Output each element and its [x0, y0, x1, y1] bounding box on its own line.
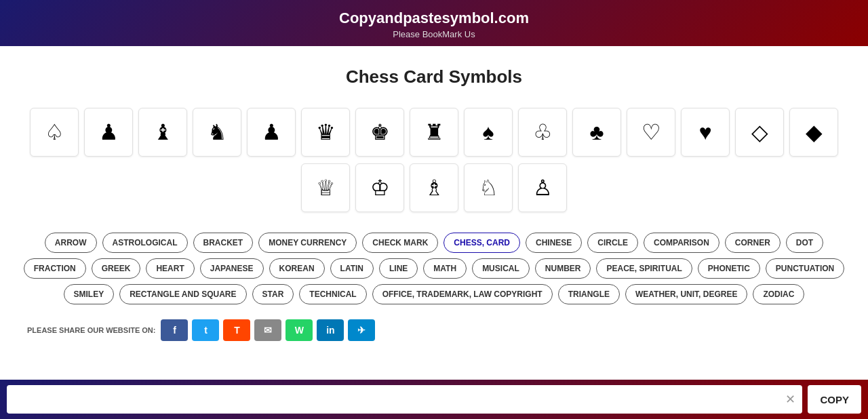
share-linkedin-button[interactable]: in — [317, 319, 344, 341]
symbol-card[interactable]: ♟ — [247, 108, 296, 157]
symbol-card[interactable]: ♕ — [301, 163, 350, 212]
site-subtitle: Please BookMark Us — [0, 29, 868, 39]
category-tag[interactable]: BRACKET — [193, 233, 254, 253]
symbol-card[interactable]: ♧ — [518, 108, 567, 157]
category-tag[interactable]: SMILEY — [64, 284, 115, 304]
symbol-card[interactable]: ♙ — [518, 163, 567, 212]
category-tag[interactable]: HEART — [146, 258, 194, 279]
symbol-card[interactable]: ♗ — [410, 163, 458, 212]
symbol-card[interactable]: ♜ — [410, 108, 458, 157]
category-tag[interactable]: FRACTION — [24, 258, 86, 279]
symbol-card[interactable]: ♘ — [464, 163, 513, 212]
category-tag[interactable]: MATH — [423, 258, 467, 279]
symbol-card[interactable]: ♟ — [84, 108, 133, 157]
main-content: Chess Card Symbols ♤♟♝♞♟♛♚♜♠♧♣♡♥◇◆ ♕♔♗♘♙… — [0, 46, 868, 363]
category-tag[interactable]: NUMBER — [535, 258, 591, 279]
symbol-card[interactable]: ♝ — [138, 108, 187, 157]
symbol-grid-row1: ♤♟♝♞♟♛♚♜♠♧♣♡♥◇◆ — [14, 108, 854, 157]
symbol-card[interactable]: ♛ — [301, 108, 350, 157]
category-tag[interactable]: TRIANGLE — [558, 284, 620, 304]
symbol-card[interactable]: ◆ — [789, 108, 838, 157]
category-tag[interactable]: LATIN — [330, 258, 374, 279]
category-tag[interactable]: ZODIAC — [753, 284, 804, 304]
share-tumblr-button[interactable]: T — [223, 319, 250, 341]
symbol-card[interactable]: ♣ — [572, 108, 621, 157]
category-tag[interactable]: MUSICAL — [472, 258, 530, 279]
site-title: Copyandpastesymbol.com — [0, 9, 868, 27]
category-tag[interactable]: PEACE, SPIRITUAL — [596, 258, 692, 279]
category-tag[interactable]: MONEY CURRENCY — [258, 233, 357, 253]
symbol-card[interactable]: ♚ — [355, 108, 404, 157]
category-tag[interactable]: DOT — [786, 233, 823, 253]
category-tag[interactable]: LINE — [379, 258, 418, 279]
symbol-card[interactable]: ♔ — [355, 163, 404, 212]
share-facebook-button[interactable]: f — [161, 319, 188, 341]
category-tag[interactable]: CORNER — [725, 233, 781, 253]
symbol-card[interactable]: ♠ — [464, 108, 513, 157]
share-telegram-button[interactable]: ✈ — [348, 319, 375, 341]
category-tag[interactable]: ARROW — [45, 233, 97, 253]
page-title: Chess Card Symbols — [14, 66, 854, 87]
symbol-card[interactable]: ♞ — [193, 108, 241, 157]
share-email-button[interactable]: ✉ — [254, 319, 281, 341]
category-tag[interactable]: GREEK — [92, 258, 141, 279]
category-tag[interactable]: WEATHER, UNIT, DEGREE — [625, 284, 747, 304]
category-tag[interactable]: JAPANESE — [200, 258, 264, 279]
category-tag[interactable]: COMPARISON — [644, 233, 719, 253]
category-tag[interactable]: CHINESE — [526, 233, 582, 253]
category-tag[interactable]: TECHNICAL — [299, 284, 366, 304]
category-tag[interactable]: PUNCTUATION — [766, 258, 844, 279]
symbol-grid-row2: ♕♔♗♘♙ — [14, 163, 854, 212]
category-tag[interactable]: PHONETIC — [698, 258, 760, 279]
category-tag[interactable]: CHESS, CARD — [443, 233, 520, 253]
share-buttons: ftT✉Win✈ — [161, 319, 375, 341]
category-tag[interactable]: CIRCLE — [587, 233, 638, 253]
category-tag[interactable]: ASTROLOGICAL — [102, 233, 188, 253]
symbol-card[interactable]: ♥ — [681, 108, 730, 157]
share-bar: PLEASE SHARE OUR WEBSITE ON: ftT✉Win✈ — [14, 311, 854, 349]
share-whatsapp-button[interactable]: W — [285, 319, 313, 341]
category-tag[interactable]: OFFICE, TRADEMARK, LAW COPYRIGHT — [372, 284, 553, 304]
category-tag[interactable]: RECTANGLE AND SQUARE — [119, 284, 246, 304]
symbol-card[interactable]: ♡ — [627, 108, 675, 157]
category-tag[interactable]: STAR — [252, 284, 294, 304]
category-tag[interactable]: CHECK MARK — [362, 233, 438, 253]
share-twitter-button[interactable]: t — [192, 319, 219, 341]
symbol-card[interactable]: ◇ — [735, 108, 784, 157]
symbol-card[interactable]: ♤ — [30, 108, 79, 157]
category-list: ARROWASTROLOGICALBRACKETMONEY CURRENCYCH… — [14, 233, 854, 304]
share-label: PLEASE SHARE OUR WEBSITE ON: — [27, 326, 155, 334]
site-header: Copyandpastesymbol.com Please BookMark U… — [0, 0, 868, 46]
category-tag[interactable]: KOREAN — [269, 258, 325, 279]
